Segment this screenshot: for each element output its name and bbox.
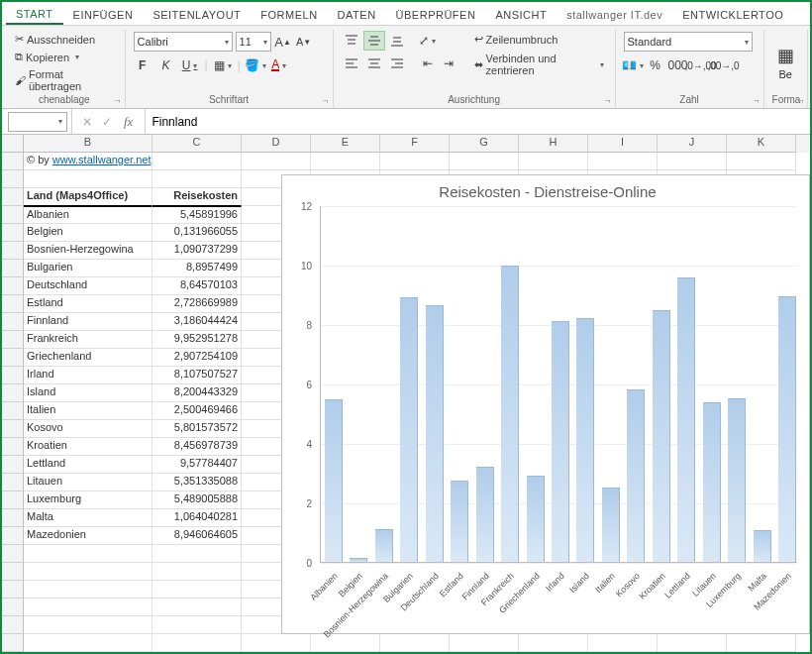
increase-font-button[interactable]: A▲	[274, 33, 292, 51]
row-header[interactable]	[2, 277, 24, 295]
cell[interactable]: Belgien	[24, 224, 152, 242]
row-header[interactable]	[2, 260, 24, 277]
row-header[interactable]	[2, 491, 24, 509]
align-middle-button[interactable]	[364, 32, 384, 50]
align-bottom-button[interactable]	[387, 32, 407, 50]
cell[interactable]	[24, 616, 152, 634]
cell[interactable]	[152, 563, 242, 581]
cell[interactable]	[24, 599, 152, 616]
cell[interactable]: Deutschland	[24, 277, 152, 295]
row-header[interactable]	[2, 153, 24, 170]
row-header[interactable]	[2, 509, 24, 527]
cell[interactable]: 1,090737299	[152, 242, 242, 260]
chart-bar[interactable]	[778, 296, 796, 562]
column-header-J[interactable]: J	[658, 135, 727, 153]
cell[interactable]: Bulgarien	[24, 260, 152, 277]
row-header[interactable]	[2, 402, 24, 420]
chart-bar[interactable]	[501, 266, 519, 562]
column-header-D[interactable]: D	[242, 135, 311, 153]
chart-bar[interactable]	[527, 476, 545, 562]
row-header[interactable]	[2, 349, 24, 367]
cell[interactable]	[152, 599, 242, 616]
chart-bar[interactable]	[426, 305, 444, 562]
tab-entwicklertools[interactable]: ENTWICKLERTOO	[672, 5, 793, 25]
chart-bar[interactable]	[703, 402, 721, 562]
cell[interactable]: Frankreich	[24, 331, 152, 349]
column-header-I[interactable]: I	[588, 135, 658, 153]
cell[interactable]	[242, 153, 311, 170]
bold-button[interactable]: F	[134, 56, 152, 74]
font-name-combo[interactable]: Calibri▾	[134, 32, 233, 52]
cell[interactable]	[24, 581, 152, 599]
cell[interactable]: Griechenland	[24, 349, 152, 367]
decrease-font-button[interactable]: A▼	[295, 33, 313, 51]
align-top-button[interactable]	[342, 32, 361, 50]
row-header[interactable]	[2, 581, 24, 599]
row-header[interactable]	[2, 313, 24, 331]
row-header[interactable]	[2, 420, 24, 438]
cell[interactable]	[588, 153, 658, 170]
cell[interactable]	[242, 634, 311, 652]
chart-bar[interactable]	[576, 318, 594, 562]
column-header-F[interactable]: F	[380, 135, 450, 153]
cell[interactable]: 8,107507527	[152, 367, 242, 384]
tab-daten[interactable]: DATEN	[328, 5, 386, 25]
chart-bar[interactable]	[350, 558, 367, 562]
chart-bar[interactable]	[325, 399, 343, 562]
cell[interactable]: 2,728669989	[152, 295, 242, 313]
row-header[interactable]	[2, 634, 24, 652]
cells-grid[interactable]: © by www.stallwanger.netLand (Maps4Offic…	[24, 153, 810, 652]
cell[interactable]: 8,946064605	[152, 527, 242, 545]
cell[interactable]: 2,500469466	[152, 402, 242, 420]
column-header-G[interactable]: G	[450, 135, 519, 153]
cell[interactable]: 2,907254109	[152, 349, 242, 367]
cell[interactable]: 8,456978739	[152, 438, 242, 456]
cell[interactable]	[588, 634, 658, 652]
stallwanger-link[interactable]: www.stallwanger.net	[52, 154, 152, 165]
chart-object[interactable]: Reisekosten - Dienstreise-Online 0246810…	[281, 174, 810, 634]
decrease-indent-button[interactable]: ⇤	[419, 54, 437, 72]
formula-input[interactable]	[146, 109, 810, 134]
cell[interactable]	[727, 153, 796, 170]
cell[interactable]: 5,801573572	[152, 420, 242, 438]
cell[interactable]	[152, 153, 242, 170]
cell[interactable]: Mazedonien	[24, 527, 152, 545]
cell[interactable]: Litauen	[24, 474, 152, 491]
cell[interactable]: Luxemburg	[24, 491, 152, 509]
font-color-button[interactable]: A▾	[270, 56, 288, 74]
tab-ueberpruefen[interactable]: ÜBERPRÜFEN	[386, 5, 486, 25]
cell[interactable]: 8,200443329	[152, 384, 242, 402]
row-header[interactable]	[2, 224, 24, 242]
select-all-corner[interactable]	[2, 135, 24, 153]
tab-stallwanger[interactable]: stallwanger IT.dev	[557, 5, 672, 25]
cell[interactable]	[152, 616, 242, 634]
cell[interactable]: Italien	[24, 402, 152, 420]
cell[interactable]: 8,64570103	[152, 277, 242, 295]
cell[interactable]	[152, 581, 242, 599]
cell[interactable]: Finnland	[24, 313, 152, 331]
cell[interactable]	[152, 170, 242, 188]
row-header[interactable]	[2, 295, 24, 313]
chart-bar[interactable]	[375, 529, 393, 562]
column-header-H[interactable]: H	[519, 135, 588, 153]
fill-color-button[interactable]: 🪣▾	[247, 56, 264, 74]
cell[interactable]	[658, 634, 727, 652]
tab-ansicht[interactable]: ANSICHT	[485, 5, 557, 25]
cell[interactable]: Land (Maps4Office)	[24, 188, 152, 206]
chart-bar[interactable]	[754, 530, 771, 562]
wrap-text-button[interactable]: ↩ Zeilenumbruch	[471, 32, 607, 47]
align-center-button[interactable]	[364, 54, 384, 72]
merge-center-button[interactable]: ⬌ Verbinden und zentrieren ▾	[471, 52, 607, 77]
chart-bar[interactable]	[653, 310, 670, 562]
chart-bar[interactable]	[602, 488, 620, 562]
cell[interactable]	[311, 634, 380, 652]
cut-button[interactable]: ✂ Ausschneiden	[12, 32, 117, 47]
chart-bar[interactable]	[677, 277, 695, 562]
cell[interactable]: 5,351335088	[152, 474, 242, 491]
cell[interactable]	[24, 545, 152, 563]
column-header-E[interactable]: E	[311, 135, 380, 153]
cell[interactable]: Estland	[24, 295, 152, 313]
tab-seitenlayout[interactable]: SEITENLAYOUT	[143, 5, 251, 25]
cell[interactable]	[380, 634, 450, 652]
cell[interactable]	[24, 170, 152, 188]
